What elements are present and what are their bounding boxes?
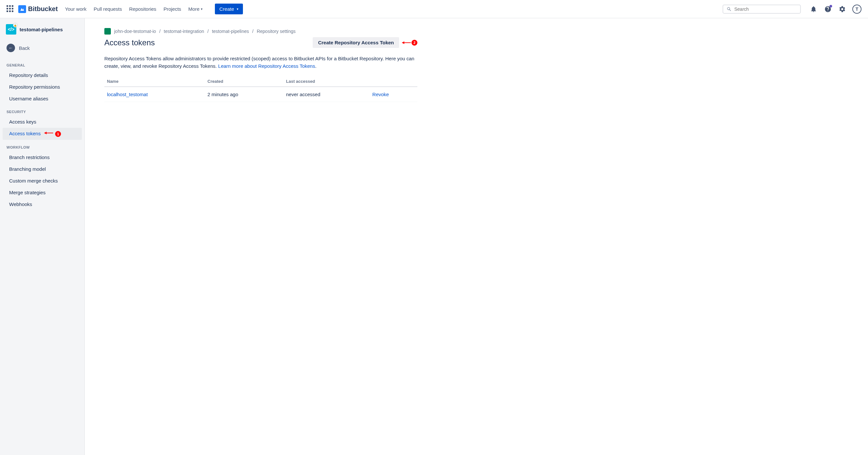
notifications-icon[interactable] — [809, 5, 818, 13]
page-title: Access tokens — [104, 38, 155, 47]
breadcrumb-project[interactable]: testomat-integration — [164, 29, 204, 34]
sidebar-repo-header[interactable]: </> 🔒 testomat-pipelines — [0, 24, 85, 39]
main-content: john-doe-testomat-io / testomat-integrat… — [85, 18, 437, 455]
create-token-button[interactable]: Create Repository Access Token — [313, 37, 399, 48]
sidebar-item-webhooks[interactable]: Webhooks — [3, 198, 82, 210]
back-arrow-icon: ← — [6, 44, 15, 52]
workspace-icon — [104, 28, 111, 35]
search-input[interactable] — [734, 6, 797, 12]
annotation-arrow-icon — [44, 131, 53, 135]
app-switcher-icon[interactable] — [6, 5, 14, 13]
breadcrumb-separator: / — [252, 29, 254, 34]
page-description: Repository Access Tokens allow administr… — [104, 55, 417, 70]
annotation-step-1: 1 — [55, 131, 61, 137]
th-created: Created — [205, 76, 283, 87]
tokens-table: Name Created Last accessed localhost_tes… — [104, 76, 417, 102]
bitbucket-logo-icon — [18, 5, 26, 13]
sidebar-item-access-keys[interactable]: Access keys — [3, 116, 82, 127]
search-box[interactable] — [722, 5, 801, 14]
nav-more[interactable]: More ▾ — [188, 6, 203, 12]
revoke-link[interactable]: Revoke — [372, 92, 389, 97]
learn-more-link[interactable]: Learn more about Repository Access Token… — [218, 63, 315, 69]
create-button[interactable]: Create ▾ — [215, 4, 243, 14]
token-name-link[interactable]: localhost_testomat — [107, 92, 148, 97]
sidebar-item-branching-model[interactable]: Branching model — [3, 163, 82, 175]
help-icon[interactable] — [824, 5, 832, 13]
sidebar-back-label: Back — [19, 45, 30, 51]
sidebar-item-access-tokens[interactable]: Access tokens 1 — [3, 128, 82, 140]
nav-more-label: More — [188, 6, 199, 12]
th-actions — [370, 76, 417, 87]
table-header-row: Name Created Last accessed — [104, 76, 417, 87]
th-last-accessed: Last accessed — [283, 76, 370, 87]
svg-marker-1 — [44, 132, 46, 134]
nav-repositories[interactable]: Repositories — [129, 6, 156, 12]
chevron-down-icon: ▾ — [201, 7, 203, 11]
sidebar-item-label: Access tokens — [9, 131, 41, 136]
breadcrumb: john-doe-testomat-io / testomat-integrat… — [104, 28, 417, 35]
table-row: localhost_testomat 2 minutes ago never a… — [104, 87, 417, 102]
avatar-letter: T — [856, 6, 859, 12]
user-avatar[interactable]: T — [852, 5, 862, 14]
sidebar-item-custom-merge-checks[interactable]: Custom merge checks — [3, 175, 82, 187]
sidebar-item-username-aliases[interactable]: Username aliases — [3, 93, 82, 104]
sidebar-item-repository-permissions[interactable]: Repository permissions — [3, 81, 82, 93]
help-notification-dot — [830, 5, 832, 7]
sidebar-item-repository-details[interactable]: Repository details — [3, 69, 82, 81]
chevron-down-icon: ▾ — [237, 7, 238, 11]
sidebar-back[interactable]: ← Back — [0, 40, 85, 56]
brand-logo-link[interactable]: Bitbucket — [18, 5, 58, 13]
repo-badge-icon: </> 🔒 — [6, 24, 16, 35]
settings-icon[interactable] — [838, 5, 846, 13]
sidebar-item-merge-strategies[interactable]: Merge strategies — [3, 187, 82, 198]
nav-pull-requests[interactable]: Pull requests — [94, 6, 122, 12]
search-icon — [726, 6, 732, 12]
breadcrumb-page[interactable]: Repository settings — [257, 29, 296, 34]
sidebar: </> 🔒 testomat-pipelines ← Back GENERAL … — [0, 18, 85, 455]
token-created: 2 minutes ago — [205, 87, 283, 102]
sidebar-section-security: SECURITY — [0, 105, 85, 116]
breadcrumb-separator: / — [159, 29, 160, 34]
breadcrumb-repo[interactable]: testomat-pipelines — [212, 29, 249, 34]
description-end: . — [315, 63, 316, 69]
breadcrumb-workspace[interactable]: john-doe-testomat-io — [114, 29, 156, 34]
nav-links: Your work Pull requests Repositories Pro… — [65, 4, 243, 14]
sidebar-section-general: GENERAL — [0, 58, 85, 69]
top-navigation: Bitbucket Your work Pull requests Reposi… — [0, 0, 868, 18]
annotation-step-2: 2 — [411, 40, 417, 45]
sidebar-repo-name: testomat-pipelines — [20, 27, 63, 32]
token-last-accessed: never accessed — [283, 87, 370, 102]
brand-name: Bitbucket — [28, 5, 58, 13]
topnav-right-icons: T — [809, 5, 862, 14]
sidebar-section-workflow: WORKFLOW — [0, 140, 85, 151]
breadcrumb-separator: / — [207, 29, 209, 34]
th-name: Name — [104, 76, 205, 87]
annotation-arrow-icon — [402, 40, 411, 45]
nav-projects[interactable]: Projects — [163, 6, 181, 12]
create-button-label: Create — [219, 6, 234, 12]
svg-marker-3 — [402, 41, 404, 44]
sidebar-item-branch-restrictions[interactable]: Branch restrictions — [3, 152, 82, 163]
nav-your-work[interactable]: Your work — [65, 6, 86, 12]
lock-icon: 🔒 — [13, 23, 18, 27]
